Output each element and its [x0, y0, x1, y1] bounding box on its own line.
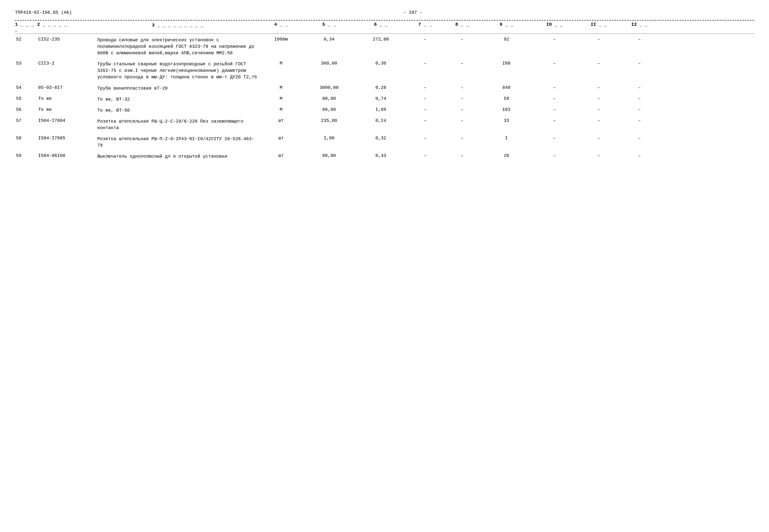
row-col8: –: [444, 36, 481, 57]
page-header: ТПР4I6-0I-I66.85 (А6) - I07 -: [15, 10, 754, 15]
row-col9: 33: [481, 118, 532, 132]
row-col7: –: [407, 36, 444, 57]
row-col9: I08: [481, 60, 532, 81]
row-number: 58: [15, 135, 37, 149]
row-col12: –: [621, 153, 658, 160]
row-col8: –: [444, 96, 481, 103]
row-col10: –: [532, 85, 576, 92]
row-price: 272,00: [355, 36, 407, 57]
table-row: 54 05-03-8I7 Труба винилпластовая вТ-20 …: [15, 82, 754, 93]
col-header-10: IO _ _: [532, 22, 576, 32]
col-header-1: 1 _ _ _ _: [15, 22, 37, 32]
row-col7: –: [407, 96, 444, 103]
col-header-11: II _ _: [576, 22, 621, 32]
col-header-7: 7 _ _: [407, 22, 444, 32]
row-col11: –: [576, 36, 621, 57]
row-code: СII3-2: [37, 60, 96, 81]
row-col9: 26: [481, 153, 532, 160]
row-col8: –: [444, 153, 481, 160]
row-col7: –: [407, 153, 444, 160]
row-price: 0,28: [355, 85, 407, 92]
row-col10: –: [532, 36, 576, 57]
row-price: I,69: [355, 107, 407, 114]
row-qty: 60,00: [303, 107, 355, 114]
row-col11: –: [576, 135, 621, 149]
row-col10: –: [532, 96, 576, 103]
row-description: То же, ВТ-32: [96, 96, 259, 103]
col-header-5: 5 _ _: [303, 22, 355, 32]
row-code: I504-I7085: [37, 135, 96, 149]
row-qty: 3000,00: [303, 85, 355, 92]
table-row: 57 I504-I7084 Розетка штепсельная РШ-Ц-2…: [15, 115, 754, 133]
row-description: Провода силовые для электрических устано…: [96, 36, 259, 57]
row-col8: –: [444, 107, 481, 114]
row-col12: –: [621, 135, 658, 149]
row-col10: –: [532, 135, 576, 149]
row-col8: –: [444, 118, 481, 132]
row-code: I504-I7084: [37, 118, 96, 132]
row-unit: М: [259, 60, 303, 81]
row-col12: –: [621, 96, 658, 103]
row-number: 55: [15, 96, 37, 103]
row-col8: –: [444, 60, 481, 81]
row-col7: –: [407, 135, 444, 149]
row-col9: 59: [481, 96, 532, 103]
row-unit: шт: [259, 135, 303, 149]
col-header-8: 8 _ _: [444, 22, 481, 32]
row-col7: –: [407, 118, 444, 132]
row-price: 0,I4: [355, 118, 407, 132]
header-center: - I07 -: [404, 10, 423, 15]
row-col9: I: [481, 135, 532, 149]
row-qty: I,00: [303, 135, 355, 149]
row-qty: 360,00: [303, 60, 355, 81]
main-table: 1 _ _ _ _ 2 _ _ _ _ _ 3 _ _ _ _ _ _ _ _ …: [15, 20, 754, 161]
table-row: 58 I504-I7085 Розетка штепсельная РШ-П-2…: [15, 133, 754, 150]
table-row: 52 СI52-235 Провода силовые для электрич…: [15, 34, 754, 58]
row-col7: –: [407, 60, 444, 81]
col-header-9: 9 _ _: [481, 22, 532, 32]
row-col9: 92: [481, 36, 532, 57]
col-header-3: 3 _ _ _ _ _ _ _ _ _: [96, 22, 259, 32]
row-col11: –: [576, 153, 621, 160]
row-col10: –: [532, 60, 576, 81]
row-col10: –: [532, 107, 576, 114]
table-row: 53 СII3-2 Трубы стальные сварные водогаз…: [15, 58, 754, 82]
row-col12: –: [621, 60, 658, 81]
row-price: 0,30: [355, 60, 407, 81]
row-col8: –: [444, 85, 481, 92]
row-col12: –: [621, 85, 658, 92]
col-header-4: 4 _ _: [259, 22, 303, 32]
row-col7: –: [407, 85, 444, 92]
row-number: 56: [15, 107, 37, 114]
row-number: 52: [15, 36, 37, 57]
row-code: I504-06I60: [37, 153, 96, 160]
row-qty: 80,00: [303, 96, 355, 103]
row-price: 0,43: [355, 153, 407, 160]
table-row: 56 То же То же, ВТ-50 М 60,00 I,69 – – I…: [15, 104, 754, 115]
row-col11: –: [576, 60, 621, 81]
row-code: СI52-235: [37, 36, 96, 57]
col-header-2: 2 _ _ _ _ _: [37, 22, 96, 32]
row-unit: шт: [259, 153, 303, 160]
row-col7: –: [407, 107, 444, 114]
row-qty: 60,00: [303, 153, 355, 160]
row-col12: –: [621, 118, 658, 132]
row-col11: –: [576, 118, 621, 132]
row-col11: –: [576, 107, 621, 114]
row-number: 53: [15, 60, 37, 81]
column-headers: 1 _ _ _ _ 2 _ _ _ _ _ 3 _ _ _ _ _ _ _ _ …: [15, 21, 754, 34]
row-unit: М: [259, 107, 303, 114]
row-description: Труба винилпластовая вТ-20: [96, 85, 259, 92]
row-unit: М: [259, 85, 303, 92]
row-code: То же: [37, 96, 96, 103]
row-description: Трубы стальные сварные водогазопроводные…: [96, 60, 259, 81]
row-description: Розетка штепсельная РШ-Ц-2-С-I0/6-220 бе…: [96, 118, 259, 132]
col-header-12: I2 _ _: [621, 22, 658, 32]
row-col11: –: [576, 96, 621, 103]
row-qty: 0,34: [303, 36, 355, 57]
row-price: 0,74: [355, 96, 407, 103]
table-row: 59 I504-06I60 Выключатель однополюсный д…: [15, 150, 754, 161]
row-col12: –: [621, 36, 658, 57]
row-col12: –: [621, 107, 658, 114]
row-code: 05-03-8I7: [37, 85, 96, 92]
